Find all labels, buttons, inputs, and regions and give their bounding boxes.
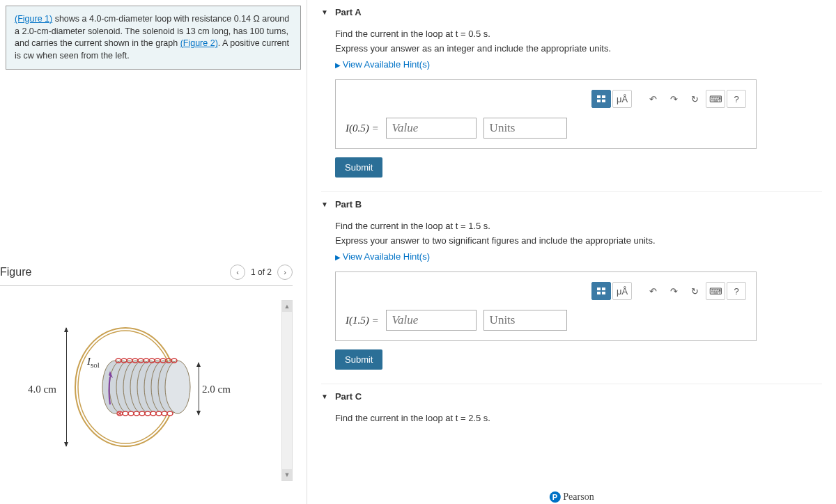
part-b-instruction: Express your answer to two significant f… — [335, 235, 822, 246]
help-button[interactable]: ? — [727, 90, 746, 108]
svg-rect-38 — [597, 100, 601, 102]
template-icon[interactable] — [591, 282, 611, 300]
problem-intro: (Figure 1) shows a 4.0-cm-diameter loop … — [6, 6, 301, 70]
keyboard-icon[interactable]: ⌨ — [706, 282, 725, 300]
part-a-hints-link[interactable]: View Available Hint(s) — [335, 59, 822, 70]
figure-1-link[interactable]: (Figure 1) — [15, 14, 52, 24]
part-b-units-input[interactable] — [483, 310, 567, 331]
solenoid-diagram: 4.0 cm 2.0 cm Isol — [28, 314, 237, 453]
template-icon[interactable] — [591, 90, 611, 108]
redo-icon[interactable]: ↷ — [664, 90, 683, 108]
units-toggle-button[interactable]: μÅ — [612, 90, 632, 108]
units-toggle-button[interactable]: μÅ — [612, 282, 632, 300]
part-b-hints-link[interactable]: View Available Hint(s) — [335, 251, 822, 262]
svg-rect-40 — [597, 288, 601, 290]
part-b-submit-button[interactable]: Submit — [335, 349, 382, 370]
svg-rect-36 — [597, 95, 601, 98]
figure-heading: Figure — [0, 266, 31, 278]
part-c-title: Part C — [335, 391, 362, 402]
undo-icon[interactable]: ↶ — [643, 282, 663, 300]
pearson-logo-icon: P — [549, 491, 560, 503]
svg-point-25 — [128, 411, 134, 416]
scroll-up-icon[interactable]: ▲ — [282, 301, 292, 312]
svg-point-28 — [145, 411, 150, 416]
part-a-title: Part A — [335, 7, 362, 17]
svg-point-29 — [150, 411, 156, 416]
part-b-header[interactable]: ▼ Part B — [321, 191, 822, 214]
svg-point-30 — [156, 411, 162, 416]
part-b-value-input[interactable] — [386, 310, 477, 331]
svg-rect-41 — [602, 288, 605, 290]
figure-nav-label: 1 of 2 — [251, 267, 272, 277]
part-c-header[interactable]: ▼ Part C — [321, 384, 822, 406]
keyboard-icon[interactable]: ⌨ — [706, 90, 725, 108]
figure-prev-button[interactable]: ‹ — [230, 265, 245, 280]
svg-rect-42 — [597, 292, 601, 294]
figure-next-button[interactable]: › — [277, 265, 293, 280]
svg-point-24 — [123, 411, 128, 416]
part-a-prompt: Find the current in the loop at t = 0.5 … — [335, 29, 822, 39]
part-a-input-label: I(0.5) = — [346, 123, 379, 134]
label-4cm: 4.0 cm — [28, 384, 56, 395]
svg-rect-39 — [602, 100, 605, 102]
svg-rect-37 — [602, 95, 605, 98]
part-b-prompt: Find the current in the loop at t = 1.5 … — [335, 221, 822, 231]
reset-icon[interactable]: ↻ — [685, 282, 704, 300]
part-a-header[interactable]: ▼ Part A — [321, 0, 822, 22]
part-b-input-label: I(1.5) = — [346, 315, 379, 326]
figure-scrollbar[interactable]: ▲ ▼ — [281, 300, 293, 481]
part-b-answer-box: μÅ ↶ ↷ ↻ ⌨ ? I(1.5) = — [335, 271, 757, 341]
solenoid-svg — [70, 321, 202, 453]
part-a-answer-box: μÅ ↶ ↷ ↻ ⌨ ? I(0.5) = — [335, 79, 757, 149]
part-a-instruction: Express your answer as an integer and in… — [335, 43, 822, 54]
undo-icon[interactable]: ↶ — [643, 90, 663, 108]
part-b-title: Part B — [335, 199, 362, 210]
part-a-submit-button[interactable]: Submit — [335, 157, 382, 178]
figure-area: ▲ ▼ 4.0 cm 2.0 cm Isol — [0, 300, 307, 474]
part-a-units-input[interactable] — [483, 118, 567, 139]
caret-down-icon: ▼ — [321, 393, 328, 400]
caret-down-icon: ▼ — [321, 8, 328, 16]
part-c-prompt: Find the current in the loop at t = 2.5 … — [335, 413, 822, 423]
part-a-value-input[interactable] — [386, 118, 477, 139]
svg-point-11 — [165, 361, 190, 414]
pearson-footer: P Pearson — [549, 491, 594, 503]
svg-point-32 — [167, 411, 173, 416]
scroll-down-icon[interactable]: ▼ — [282, 469, 292, 480]
svg-rect-43 — [602, 292, 605, 294]
label-2cm: 2.0 cm — [202, 384, 231, 395]
svg-point-26 — [134, 411, 139, 416]
svg-point-27 — [139, 411, 145, 416]
redo-icon[interactable]: ↷ — [664, 282, 683, 300]
svg-point-31 — [162, 411, 167, 416]
divider — [0, 285, 293, 286]
figure-2-link[interactable]: (Figure 2) — [180, 38, 218, 48]
dimension-arrow-4cm — [66, 328, 67, 446]
reset-icon[interactable]: ↻ — [685, 90, 704, 108]
pearson-brand: Pearson — [563, 491, 594, 503]
help-button[interactable]: ? — [727, 282, 746, 300]
caret-down-icon: ▼ — [321, 200, 328, 208]
